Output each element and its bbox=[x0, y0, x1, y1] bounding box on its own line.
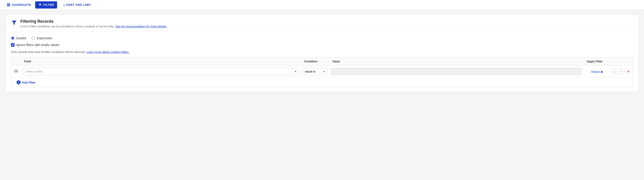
page-title: Filtering Records bbox=[20, 19, 167, 24]
col-header-eye bbox=[11, 57, 21, 65]
col-header-apply-filter: Apply Filter bbox=[584, 57, 610, 65]
nav-sort-limit[interactable]: SORT AND LIMIT bbox=[58, 1, 94, 9]
guided-radio-label[interactable]: Guided bbox=[11, 36, 26, 40]
nav-sort-label: SORT AND LIMIT bbox=[66, 3, 91, 7]
filter-table-wrapper: Field Condition Value Apply Filter bbox=[11, 57, 633, 87]
row-actions-cell: ▲ ▼ ✕ bbox=[610, 65, 633, 78]
condition-select-wrapper: equal to not equal to greater than less … bbox=[302, 68, 327, 75]
row-apply-cell: Always ▶ bbox=[584, 65, 610, 78]
guided-radio[interactable] bbox=[11, 36, 14, 40]
add-filter-label: Add Filter bbox=[22, 81, 36, 84]
guided-label: Guided bbox=[16, 36, 26, 40]
expression-radio-label[interactable]: Expression bbox=[32, 36, 52, 40]
nav-aggregate[interactable]: AGGREGATE bbox=[4, 1, 34, 9]
svg-rect-1 bbox=[7, 5, 10, 5]
row-value-cell bbox=[329, 65, 584, 78]
field-select-wrapper: Select a field ▼ bbox=[23, 68, 299, 75]
col-header-value: Value bbox=[329, 57, 584, 65]
ignore-empty-row: Ignore filters with empty values bbox=[11, 43, 633, 47]
filter-header-icon bbox=[11, 20, 17, 27]
ignore-empty-checkbox[interactable] bbox=[11, 43, 14, 47]
main-content: Filtering Records A list of filter condi… bbox=[0, 10, 644, 180]
table-body: Select a field ▼ equal to bbox=[11, 65, 633, 78]
add-filter-button[interactable]: + Add Filter bbox=[16, 80, 36, 84]
filter-icon bbox=[38, 3, 42, 7]
mode-selection: Guided Expression bbox=[11, 36, 633, 40]
page-description: A list of filter conditions can be provi… bbox=[20, 25, 167, 28]
expression-label: Expression bbox=[37, 36, 52, 40]
sort-icon bbox=[61, 3, 65, 7]
doc-link[interactable]: See the documentation for more details. bbox=[115, 25, 167, 28]
card-header: Filtering Records A list of filter condi… bbox=[6, 15, 638, 32]
field-select[interactable]: Select a field bbox=[23, 68, 299, 75]
nav-filter[interactable]: FILTER bbox=[35, 1, 57, 9]
row-field-cell: Select a field ▼ bbox=[21, 65, 301, 78]
row-eye-cell bbox=[11, 65, 21, 78]
top-nav: AGGREGATE FILTER SORT AND LIMIT bbox=[0, 0, 644, 10]
delete-row-button[interactable]: ✕ bbox=[626, 69, 631, 74]
nav-filter-label: FILTER bbox=[43, 3, 54, 7]
add-filter-row: + Add Filter bbox=[11, 77, 633, 87]
ignore-empty-label: Ignore filters with empty values bbox=[16, 43, 59, 47]
card-header-text: Filtering Records A list of filter condi… bbox=[20, 19, 167, 28]
learn-more-link[interactable]: Learn more about creating filters. bbox=[86, 50, 129, 54]
move-down-button[interactable]: ▼ bbox=[619, 69, 624, 74]
add-filter-icon: + bbox=[16, 80, 20, 84]
table-header: Field Condition Value Apply Filter bbox=[11, 57, 633, 65]
apply-filter-link[interactable]: Always ▶ bbox=[591, 70, 603, 73]
eye-icon[interactable] bbox=[14, 70, 18, 73]
col-header-actions bbox=[610, 57, 633, 65]
action-buttons: ▲ ▼ ✕ bbox=[612, 69, 631, 74]
filter-table: Field Condition Value Apply Filter bbox=[11, 57, 633, 77]
value-input[interactable] bbox=[331, 68, 582, 75]
filter-card: Filtering Records A list of filter condi… bbox=[5, 14, 639, 92]
row-condition-cell: equal to not equal to greater than less … bbox=[301, 65, 329, 78]
aggregate-icon bbox=[7, 3, 10, 7]
col-header-condition: Condition bbox=[301, 57, 329, 65]
move-up-button[interactable]: ▲ bbox=[612, 69, 618, 74]
table-row: Select a field ▼ equal to bbox=[11, 65, 633, 78]
expression-radio[interactable] bbox=[32, 36, 35, 40]
svg-point-3 bbox=[16, 70, 17, 72]
svg-rect-0 bbox=[7, 3, 10, 4]
col-header-field: Field bbox=[21, 57, 301, 65]
card-body: Guided Expression Ignore filters with em… bbox=[6, 32, 638, 92]
condition-select[interactable]: equal to not equal to greater than less … bbox=[302, 68, 327, 75]
nav-aggregate-label: AGGREGATE bbox=[12, 3, 31, 7]
info-row: Only records that meet all filter condit… bbox=[11, 50, 633, 54]
svg-rect-2 bbox=[7, 6, 10, 6]
